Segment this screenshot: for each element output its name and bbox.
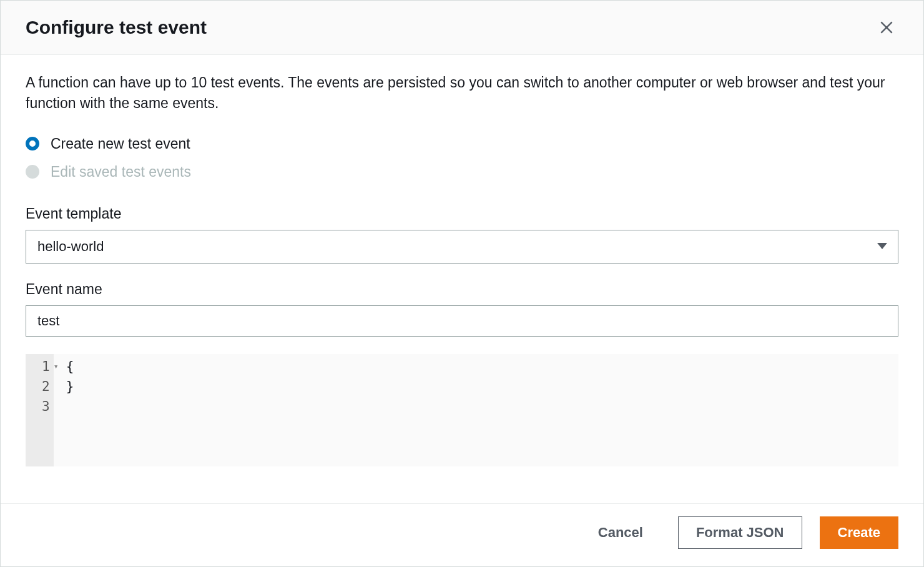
code-line: } (54, 377, 898, 397)
event-template-select[interactable]: hello-world (26, 230, 898, 264)
radio-disabled-icon (26, 165, 39, 179)
line-number: 1 (42, 359, 50, 374)
configure-test-event-dialog: Configure test event A function can have… (0, 0, 924, 567)
code-gutter: 1 ▾ 2 3 (26, 354, 54, 466)
event-template-field: Event template hello-world (26, 205, 898, 264)
radio-label: Create new test event (51, 136, 190, 152)
code-line: { (54, 357, 898, 377)
radio-create-new-test-event[interactable]: Create new test event (26, 136, 898, 152)
radio-label: Edit saved test events (51, 164, 191, 180)
event-mode-radio-group: Create new test event Edit saved test ev… (26, 136, 898, 180)
event-template-value: hello-world (37, 239, 104, 255)
radio-selected-icon (26, 137, 39, 150)
line-number: 3 (42, 399, 50, 414)
event-template-label: Event template (26, 205, 898, 222)
event-name-label: Event name (26, 281, 898, 298)
close-icon (878, 28, 895, 37)
event-name-field: Event name (26, 281, 898, 337)
dialog-footer: Cancel Format JSON Create (1, 503, 923, 566)
format-json-button[interactable]: Format JSON (678, 516, 802, 549)
json-code-editor[interactable]: 1 ▾ 2 3 { } (26, 354, 898, 466)
gutter-line: 3 (42, 397, 50, 417)
close-button[interactable] (875, 16, 898, 39)
dialog-body: A function can have up to 10 test events… (1, 55, 923, 503)
gutter-line: 1 ▾ (42, 357, 50, 377)
cancel-button[interactable]: Cancel (581, 517, 661, 548)
gutter-line: 2 (42, 377, 50, 397)
dialog-title: Configure test event (26, 17, 207, 38)
line-number: 2 (42, 379, 50, 394)
event-name-input[interactable] (26, 305, 898, 337)
event-template-select-wrap: hello-world (26, 230, 898, 264)
radio-edit-saved-test-events: Edit saved test events (26, 164, 898, 180)
dialog-description: A function can have up to 10 test events… (26, 72, 898, 114)
dialog-header: Configure test event (1, 1, 923, 55)
code-area[interactable]: { } (54, 354, 898, 466)
create-button[interactable]: Create (820, 516, 898, 549)
